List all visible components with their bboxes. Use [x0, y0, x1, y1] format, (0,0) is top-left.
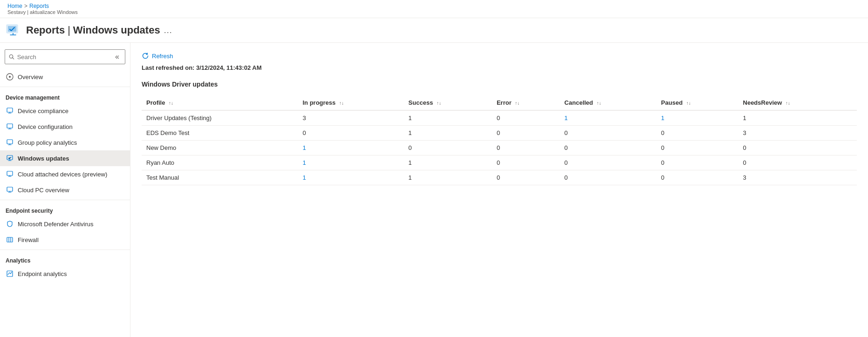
table-cell: 0 [560, 126, 656, 141]
col-header-error[interactable]: Error ↑↓ [492, 95, 560, 110]
sidebar-label-device-compliance: Device compliance [18, 108, 68, 115]
page-icon [5, 22, 21, 39]
table-header-row: Profile ↑↓ In progress ↑↓ Success ↑↓ Err… [142, 95, 857, 110]
table-cell: 0 [738, 141, 857, 155]
cloud-pc-icon [6, 186, 14, 194]
table-cell: 3 [298, 110, 403, 126]
sort-paused-icon[interactable]: ↑↓ [686, 101, 691, 106]
col-header-success[interactable]: Success ↑↓ [404, 95, 492, 110]
breadcrumb-tooltip: Sestavy | aktualizace Windows [7, 9, 861, 15]
overview-icon [6, 73, 14, 81]
sort-error-icon[interactable]: ↑↓ [515, 101, 519, 106]
table-cell: 1 [738, 110, 857, 126]
page-title-reports: Reports [26, 24, 65, 36]
table-cell: 0 [738, 155, 857, 170]
table-cell: 0 [492, 110, 560, 126]
group-policy-icon [6, 138, 14, 147]
svg-point-5 [9, 76, 11, 78]
table-cell[interactable]: 1 [298, 155, 403, 170]
table-cell-link[interactable]: 1 [302, 159, 306, 166]
table-cell: EDS Demo Test [142, 126, 298, 141]
table-row: New Demo100000 [142, 141, 857, 155]
table-row: Test Manual110003 [142, 170, 857, 185]
svg-rect-12 [7, 237, 13, 242]
sidebar-item-cloud-pc[interactable]: Cloud PC overview [0, 182, 130, 198]
cloud-attached-icon [6, 170, 14, 178]
sidebar-label-group-policy: Group policy analytics [18, 139, 77, 146]
sidebar-item-defender[interactable]: Microsoft Defender Antivirus [0, 216, 130, 232]
table-cell: Ryan Auto [142, 155, 298, 170]
table-cell[interactable]: 1 [656, 110, 738, 126]
svg-line-3 [13, 58, 14, 59]
sidebar-item-firewall[interactable]: Firewall [0, 232, 130, 248]
sidebar-label-firewall: Firewall [18, 236, 39, 243]
table-cell[interactable]: 1 [560, 110, 656, 126]
col-header-paused[interactable]: Paused ↑↓ [656, 95, 738, 110]
search-box[interactable]: « [5, 49, 125, 64]
device-configuration-icon [6, 122, 14, 131]
table-cell: 1 [404, 170, 492, 185]
sort-needs-review-icon[interactable]: ↑↓ [786, 101, 790, 106]
sidebar-label-device-configuration: Device configuration [18, 123, 73, 130]
endpoint-analytics-icon [6, 270, 14, 278]
col-header-needs-review[interactable]: NeedsReview ↑↓ [738, 95, 857, 110]
table-cell: 1 [404, 110, 492, 126]
breadcrumb-separator: > [24, 3, 27, 9]
table-cell: 0 [656, 170, 738, 185]
table-cell: 0 [298, 126, 403, 141]
collapse-button[interactable]: « [113, 52, 121, 62]
col-header-in-progress[interactable]: In progress ↑↓ [298, 95, 403, 110]
col-header-profile[interactable]: Profile ↑↓ [142, 95, 298, 110]
top-bar: Home > Reports Sestavy | aktualizace Win… [0, 0, 868, 18]
breadcrumb-reports[interactable]: Reports [29, 3, 49, 9]
table-cell: 3 [738, 170, 857, 185]
sort-in-progress-icon[interactable]: ↑↓ [339, 101, 344, 106]
sidebar-item-overview[interactable]: Overview [0, 69, 130, 85]
search-input[interactable] [17, 54, 110, 61]
table-cell: New Demo [142, 141, 298, 155]
overview-label: Overview [18, 74, 43, 81]
main-content: Refresh Last refreshed on: 3/12/2024, 11… [130, 43, 868, 337]
table-cell: 1 [404, 126, 492, 141]
table-cell: 0 [404, 141, 492, 155]
sidebar-item-endpoint-analytics[interactable]: Endpoint analytics [0, 266, 130, 282]
endpoint-security-section-label: Endpoint security [0, 202, 130, 216]
breadcrumb-home[interactable]: Home [7, 3, 22, 9]
table-row: Driver Updates (Testing)310111 [142, 110, 857, 126]
driver-updates-table: Profile ↑↓ In progress ↑↓ Success ↑↓ Err… [142, 95, 857, 185]
sidebar-item-cloud-attached[interactable]: Cloud attached devices (preview) [0, 166, 130, 182]
defender-icon [6, 220, 14, 228]
sidebar-label-endpoint-analytics: Endpoint analytics [18, 270, 67, 277]
device-management-section-label: Device management [0, 89, 130, 103]
sidebar-item-group-policy[interactable]: Group policy analytics [0, 135, 130, 150]
sort-success-icon[interactable]: ↑↓ [437, 101, 441, 106]
table-cell: 0 [492, 126, 560, 141]
table-cell-link[interactable]: 1 [661, 115, 664, 121]
table-cell[interactable]: 1 [298, 170, 403, 185]
table-cell: 0 [492, 155, 560, 170]
table-cell-link[interactable]: 1 [302, 174, 306, 181]
table-cell[interactable]: 1 [298, 141, 403, 155]
refresh-button[interactable]: Refresh [142, 50, 173, 61]
table-cell: 0 [560, 170, 656, 185]
page-title-section: Windows updates [73, 24, 160, 36]
sidebar-item-windows-updates[interactable]: Windows updates [0, 150, 130, 166]
windows-updates-icon [6, 154, 14, 162]
svg-rect-11 [7, 187, 13, 191]
table-cell: 0 [560, 155, 656, 170]
firewall-icon [6, 236, 14, 244]
sidebar-item-device-configuration[interactable]: Device configuration [0, 119, 130, 135]
table-cell-link[interactable]: 1 [302, 144, 306, 151]
col-header-cancelled[interactable]: Cancelled ↑↓ [560, 95, 656, 110]
divider-analytics [0, 249, 130, 250]
more-options-button[interactable]: ... [164, 26, 172, 35]
sort-cancelled-icon[interactable]: ↑↓ [596, 101, 601, 106]
divider-device [0, 87, 130, 87]
page-header: Reports | Windows updates ... [0, 18, 868, 43]
sidebar-item-device-compliance[interactable]: Device compliance [0, 103, 130, 119]
device-compliance-icon [6, 107, 14, 115]
sort-profile-icon[interactable]: ↑↓ [169, 101, 173, 106]
title-separator: | [68, 24, 70, 36]
table-cell-link[interactable]: 1 [564, 115, 567, 121]
svg-rect-6 [7, 108, 13, 112]
